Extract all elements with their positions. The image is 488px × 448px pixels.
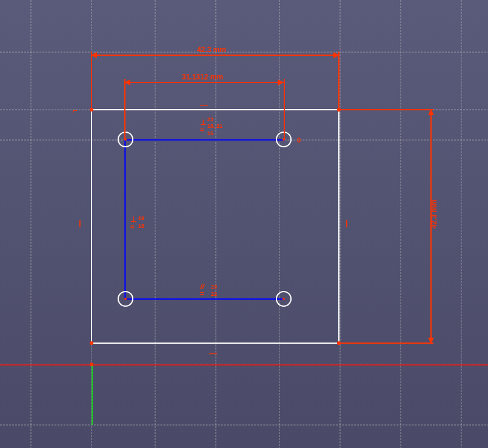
constraint-top-dash: — [200, 100, 208, 109]
constraint-left-num18: 18 [138, 223, 144, 229]
constraint-bottom-dash: — [209, 349, 217, 358]
dim-height-extension-top [339, 109, 433, 110]
dim-inner-width-line[interactable] [124, 82, 285, 83]
outer-right-edge[interactable] [338, 109, 339, 344]
outer-bottom-edge[interactable] [91, 343, 339, 344]
constraint-left-num19: 19 [138, 215, 144, 221]
dim-inner-width-label[interactable]: 31.1312 mm [182, 73, 223, 81]
dim-width-extension-left [91, 52, 92, 109]
constraint-bottom-num23: 23 [211, 284, 217, 290]
dim-width-extension-right [338, 52, 339, 109]
outer-vertex-bl[interactable] [90, 341, 93, 345]
dim-height-label[interactable]: 42.3 mm [430, 199, 438, 229]
y-axis [92, 364, 93, 425]
dim-inner-width-extension-right [284, 79, 285, 139]
constraint-bottom-num22: 22 [211, 291, 217, 297]
dim-inner-width-extension-left [124, 79, 125, 139]
constraint-top-num2: 15 [207, 130, 213, 136]
constraint-right-tick: | [346, 218, 348, 227]
inner-top-edge[interactable] [124, 139, 285, 141]
constraint-top-num: 18, 21 [207, 123, 222, 129]
origin-point [90, 363, 93, 366]
constraint-bottom-eq: = [200, 290, 204, 297]
dim-zero-label[interactable]: 0 [297, 136, 301, 144]
dim-width-line[interactable] [91, 55, 339, 56]
constraint-top-eq1: = [200, 126, 204, 133]
inner-left-edge[interactable] [124, 139, 126, 299]
constraint-left-eq: = [130, 223, 134, 230]
constraint-corner: ⌐ [73, 106, 78, 115]
inner-bottom-edge[interactable] [124, 298, 285, 300]
constraint-left-tick: | [79, 218, 81, 227]
hole-center-br[interactable] [282, 298, 285, 300]
constraint-top-perp: ⊥ [200, 118, 206, 127]
x-axis [0, 364, 488, 366]
hole-center-bl[interactable] [124, 298, 127, 300]
dim-height-extension-bottom [339, 343, 433, 344]
constraint-left-perp: ⊥ [130, 215, 136, 224]
outer-left-edge[interactable] [91, 109, 92, 344]
dim-width-label[interactable]: 42.3 mm [197, 45, 226, 54]
outer-top-edge[interactable] [91, 109, 339, 110]
constraint-c23-top: 23 [207, 116, 213, 122]
